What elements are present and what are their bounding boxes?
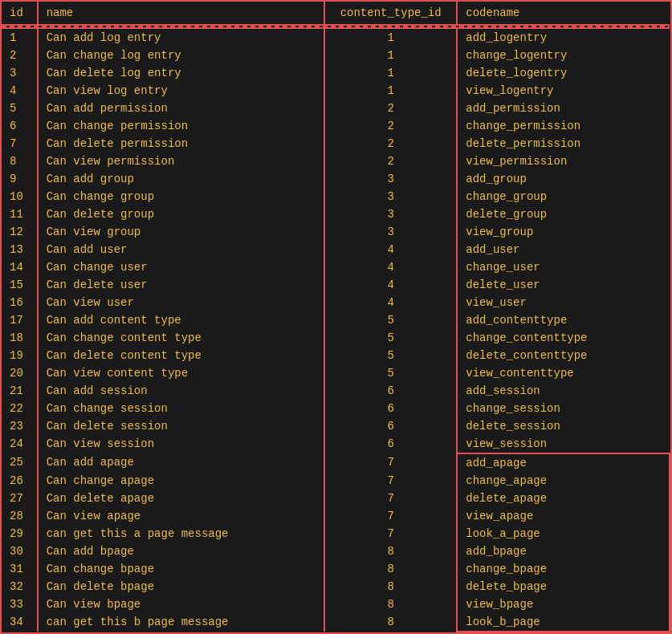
cell-codename: delete_group xyxy=(457,205,670,223)
cell-id: 16 xyxy=(2,294,38,311)
cell-name: Can change permission xyxy=(38,117,324,135)
cell-content-type-id: 5 xyxy=(324,329,457,347)
cell-name: Can change user xyxy=(38,258,324,276)
cell-content-type-id: 6 xyxy=(324,382,457,400)
cell-content-type-id: 6 xyxy=(324,400,457,417)
cell-content-type-id: 4 xyxy=(324,294,457,311)
cell-name: Can view content type xyxy=(38,364,324,382)
cell-content-type-id: 5 xyxy=(324,364,457,382)
cell-content-type-id: 6 xyxy=(324,435,457,453)
cell-codename: view_contenttype xyxy=(457,364,670,382)
cell-codename: add_contenttype xyxy=(457,311,670,329)
cell-id: 27 xyxy=(2,490,38,507)
table-row: 32Can delete bpage8delete_bpage xyxy=(2,578,670,595)
cell-codename: add_permission xyxy=(457,100,670,117)
cell-id: 34 xyxy=(2,613,38,632)
cell-name: Can delete log entry xyxy=(38,64,324,82)
cell-content-type-id: 7 xyxy=(324,472,457,490)
cell-content-type-id: 7 xyxy=(324,490,457,507)
cell-codename: delete_user xyxy=(457,276,670,294)
cell-id: 30 xyxy=(2,543,38,560)
cell-id: 21 xyxy=(2,382,38,400)
table-row: 5Can add permission2add_permission xyxy=(2,100,670,117)
cell-id: 25 xyxy=(2,453,38,472)
cell-codename: view_user xyxy=(457,294,670,311)
table-row: 31Can change bpage8change_bpage xyxy=(2,560,670,578)
cell-name: Can add user xyxy=(38,241,324,258)
cell-id: 5 xyxy=(2,100,38,117)
cell-name: Can view permission xyxy=(38,152,324,170)
cell-name: Can view session xyxy=(38,435,324,453)
table-row: 3Can delete log entry1delete_logentry xyxy=(2,64,670,82)
cell-codename: change_group xyxy=(457,188,670,205)
cell-content-type-id: 5 xyxy=(324,347,457,364)
cell-content-type-id: 6 xyxy=(324,417,457,435)
table-row: 17Can add content type5add_contenttype xyxy=(2,311,670,329)
cell-codename: view_apage xyxy=(457,507,670,525)
cell-name: Can change session xyxy=(38,400,324,417)
cell-id: 11 xyxy=(2,205,38,223)
cell-id: 10 xyxy=(2,188,38,205)
cell-content-type-id: 7 xyxy=(324,453,457,472)
cell-name: Can add session xyxy=(38,382,324,400)
cell-name: Can add content type xyxy=(38,311,324,329)
cell-codename: delete_session xyxy=(457,417,670,435)
cell-id: 8 xyxy=(2,152,38,170)
cell-content-type-id: 2 xyxy=(324,100,457,117)
table-row: 19Can delete content type5delete_content… xyxy=(2,347,670,364)
cell-id: 14 xyxy=(2,258,38,276)
cell-name: Can view log entry xyxy=(38,82,324,100)
cell-name: Can change bpage xyxy=(38,560,324,578)
cell-id: 22 xyxy=(2,400,38,417)
cell-codename: change_logentry xyxy=(457,47,670,64)
cell-name: can get this b page message xyxy=(38,613,324,632)
table-row: 21Can add session6add_session xyxy=(2,382,670,400)
table-row: 33Can view bpage8view_bpage xyxy=(2,595,670,613)
cell-codename: change_bpage xyxy=(457,560,670,578)
cell-codename: add_apage xyxy=(457,453,670,472)
cell-content-type-id: 8 xyxy=(324,560,457,578)
cell-name: Can add bpage xyxy=(38,543,324,560)
cell-name: Can delete user xyxy=(38,276,324,294)
cell-codename: view_permission xyxy=(457,152,670,170)
cell-name: Can view apage xyxy=(38,507,324,525)
cell-id: 7 xyxy=(2,135,38,152)
cell-name: Can change log entry xyxy=(38,47,324,64)
cell-name: Can view user xyxy=(38,294,324,311)
table-row: 26Can change apage7change_apage xyxy=(2,472,670,490)
cell-name: Can delete session xyxy=(38,417,324,435)
cell-codename: add_group xyxy=(457,170,670,188)
table-row: 6Can change permission2change_permission xyxy=(2,117,670,135)
cell-id: 24 xyxy=(2,435,38,453)
table-row: 15Can delete user4delete_user xyxy=(2,276,670,294)
cell-content-type-id: 8 xyxy=(324,543,457,560)
table-row: 11Can delete group3delete_group xyxy=(2,205,670,223)
table-row: 18Can change content type5change_content… xyxy=(2,329,670,347)
cell-codename: delete_logentry xyxy=(457,64,670,82)
cell-codename: add_user xyxy=(457,241,670,258)
cell-codename: change_contenttype xyxy=(457,329,670,347)
cell-id: 3 xyxy=(2,64,38,82)
cell-content-type-id: 5 xyxy=(324,311,457,329)
table-row: 14Can change user4change_user xyxy=(2,258,670,276)
cell-content-type-id: 8 xyxy=(324,613,457,632)
cell-name: Can add group xyxy=(38,170,324,188)
cell-codename: change_session xyxy=(457,400,670,417)
cell-id: 26 xyxy=(2,472,38,490)
cell-id: 13 xyxy=(2,241,38,258)
table-row: 16Can view user4view_user xyxy=(2,294,670,311)
table-row: 13Can add user4add_user xyxy=(2,241,670,258)
cell-id: 9 xyxy=(2,170,38,188)
cell-id: 12 xyxy=(2,223,38,241)
cell-id: 18 xyxy=(2,329,38,347)
cell-codename: view_bpage xyxy=(457,595,670,613)
cell-id: 4 xyxy=(2,82,38,100)
cell-content-type-id: 3 xyxy=(324,170,457,188)
cell-content-type-id: 2 xyxy=(324,135,457,152)
table-row: 27Can delete apage7delete_apage xyxy=(2,490,670,507)
cell-id: 19 xyxy=(2,347,38,364)
cell-codename: delete_apage xyxy=(457,490,670,507)
cell-id: 32 xyxy=(2,578,38,595)
cell-codename: view_group xyxy=(457,223,670,241)
cell-id: 1 xyxy=(2,28,38,47)
